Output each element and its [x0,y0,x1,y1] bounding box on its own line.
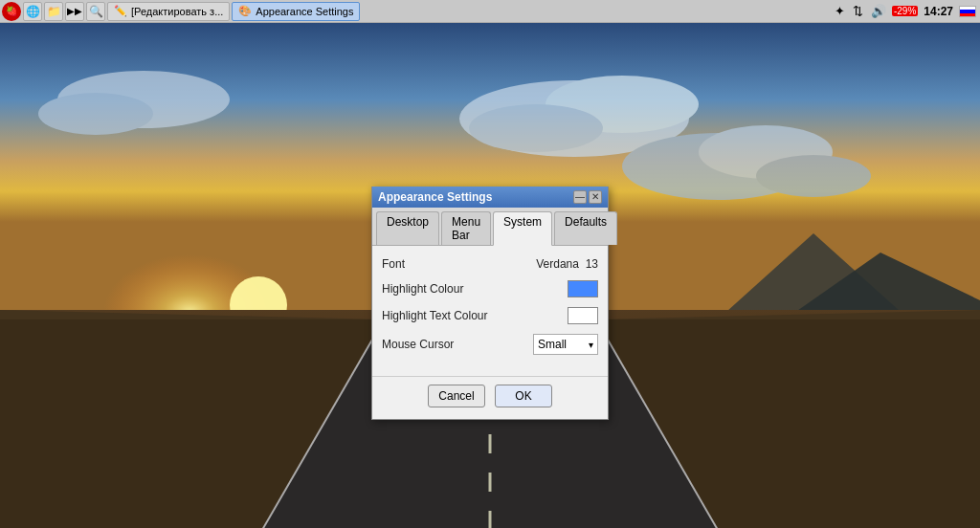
appearance-settings-dialog: Appearance Settings — ✕ Desktop Menu Bar… [371,187,609,420]
select-arrow-icon: ▾ [589,340,593,350]
svg-rect-20 [0,310,383,319]
minimize-button[interactable]: — [573,190,587,204]
mouse-cursor-row: Mouse Cursor Small ▾ [382,334,598,355]
editor-window-button[interactable]: ✏️ [Редактировать з... [107,2,230,21]
highlight-text-colour-label: Highlight Text Colour [382,309,488,322]
raspberry-menu-button[interactable]: 🍓 [2,2,21,21]
bluetooth-icon: ✦ [833,4,847,18]
svg-rect-21 [597,310,980,319]
editor-window-icon: ✏️ [114,5,127,17]
language-flag[interactable] [959,6,976,17]
tab-menubar[interactable]: Menu Bar [441,211,491,245]
highlight-text-colour-swatch[interactable] [568,307,598,324]
highlight-text-colour-row: Highlight Text Colour [382,307,598,324]
dialog-footer: Cancel OK [372,376,608,419]
desktop: 🍓 🌐 📁 ▶▶ 🔍 ✏️ [Редактировать з... 🎨 Appe… [0,0,980,528]
globe-icon-button[interactable]: 🌐 [23,2,42,21]
taskbar-left: 🍓 🌐 📁 ▶▶ 🔍 ✏️ [Редактировать з... 🎨 Appe… [0,2,360,21]
folder-icon-button[interactable]: 📁 [44,2,63,21]
highlight-colour-label: Highlight Colour [382,282,463,296]
appearance-window-icon: 🎨 [238,5,252,17]
font-value: Verdana 13 [536,257,598,271]
search-icon-button[interactable]: 🔍 [86,2,105,21]
dialog-controls: — ✕ [573,190,602,204]
highlight-colour-row: Highlight Colour [382,280,598,297]
mouse-cursor-select[interactable]: Small ▾ [533,334,598,355]
tab-desktop[interactable]: Desktop [376,211,439,245]
taskbar: 🍓 🌐 📁 ▶▶ 🔍 ✏️ [Редактировать з... 🎨 Appe… [0,0,980,23]
svg-point-5 [469,104,603,152]
ok-button[interactable]: OK [495,385,552,407]
font-label: Font [382,257,405,271]
cancel-button[interactable]: Cancel [428,385,485,407]
dialog-title: Appearance Settings [378,190,492,204]
dialog-body: Font Verdana 13 Highlight Colour Highlig… [372,246,608,376]
font-setting-row: Font Verdana 13 [382,257,598,271]
volume-icon: 🔊 [869,4,888,18]
close-button[interactable]: ✕ [589,190,602,204]
taskbar-right: ✦ ⇅ 🔊 -29% 14:27 [833,4,980,18]
svg-point-10 [38,93,153,135]
dialog-tabs: Desktop Menu Bar System Defaults [372,208,608,246]
tab-system[interactable]: System [493,211,552,246]
clock-display: 14:27 [922,5,955,18]
svg-point-8 [756,155,871,197]
highlight-colour-swatch[interactable] [568,280,598,297]
mouse-cursor-value: Small [538,338,567,351]
editor-window-label: [Редактировать з... [131,6,223,17]
dialog-titlebar: Appearance Settings — ✕ [372,187,608,208]
tab-defaults[interactable]: Defaults [554,211,617,245]
battery-indicator: -29% [892,6,918,16]
network-icon: ⇅ [851,4,865,18]
mouse-cursor-label: Mouse Cursor [382,338,454,351]
appearance-window-label: Appearance Settings [256,6,353,17]
appearance-window-button[interactable]: 🎨 Appearance Settings [232,2,360,21]
terminal-icon-button[interactable]: ▶▶ [65,2,84,21]
